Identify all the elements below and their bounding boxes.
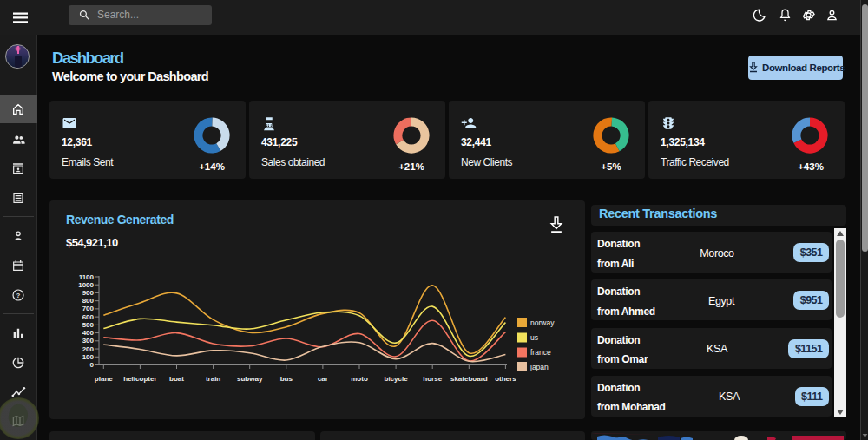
svg-text:france: france xyxy=(530,348,551,357)
svg-text:500: 500 xyxy=(82,321,95,329)
svg-text:800: 800 xyxy=(82,297,95,305)
svg-text:100: 100 xyxy=(82,353,95,361)
svg-text:1000: 1000 xyxy=(78,281,94,289)
svg-text:200: 200 xyxy=(82,345,95,353)
svg-text:plane: plane xyxy=(95,375,113,383)
svg-text:norway: norway xyxy=(530,319,555,327)
svg-text:horse: horse xyxy=(423,375,442,383)
svg-text:others: others xyxy=(495,375,516,383)
svg-text:boat: boat xyxy=(169,375,184,383)
svg-text:300: 300 xyxy=(82,337,95,345)
svg-text:bus: bus xyxy=(280,375,293,383)
svg-text:600: 600 xyxy=(82,313,95,321)
svg-text:900: 900 xyxy=(82,289,95,297)
svg-text:car: car xyxy=(318,375,328,383)
svg-text:0: 0 xyxy=(90,361,95,369)
svg-text:700: 700 xyxy=(82,305,95,312)
svg-text:skateboard: skateboard xyxy=(450,375,488,383)
svg-text:helicopter: helicopter xyxy=(123,375,156,383)
svg-text:moto: moto xyxy=(351,375,368,383)
svg-text:1100: 1100 xyxy=(79,273,95,281)
svg-text:us: us xyxy=(530,333,538,342)
svg-text:bicycle: bicycle xyxy=(385,375,409,383)
svg-text:subway: subway xyxy=(237,375,263,383)
svg-text:train: train xyxy=(206,375,220,383)
svg-text:japan: japan xyxy=(529,363,549,371)
svg-text:400: 400 xyxy=(82,329,95,337)
